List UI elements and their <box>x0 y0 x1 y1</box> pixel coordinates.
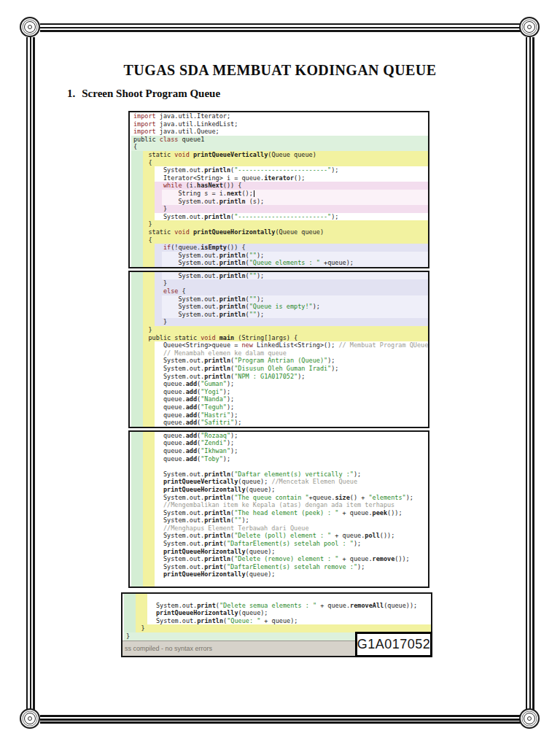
code-line: import java.util.Queue; <box>130 128 428 136</box>
code-line: } <box>130 326 428 334</box>
frame-medallion-top-left <box>20 17 40 37</box>
frame-rail-top <box>40 23 521 32</box>
frame-medallion-bottom-left <box>20 708 40 729</box>
code-line: System.out.println("Queue: " + queue); <box>122 617 431 625</box>
code-line: queue.add("Guman"); <box>130 380 428 388</box>
code-line: String s = i.next(); <box>130 190 428 198</box>
code-line: System.out.println("Delete (poll) elemen… <box>130 532 428 540</box>
code-line: import java.util.LinkedList; <box>130 120 428 128</box>
code-line: while (i.hasNext()) { <box>130 182 428 190</box>
code-line: System.out.println("Disusun Oleh Guman I… <box>130 365 428 373</box>
code-line: //Menghapus Element Terbawah dari Queue <box>130 525 428 533</box>
code-line: static void printQueueHorizontally(Queue… <box>130 228 428 236</box>
code-line: Queue<String>queue = new LinkedList<Stri… <box>130 341 428 349</box>
code-line: if(!queue.isEmpty()) { <box>130 244 428 252</box>
code-line: System.out.println(""); <box>130 252 428 260</box>
code-screenshot-3: queue.add("Rozaaq"); queue.add("Zendi");… <box>128 430 429 588</box>
code-line: System.out.print("DaftarElement(s) setel… <box>130 540 428 548</box>
code-line: System.out.println("The head element (pe… <box>130 509 428 517</box>
text-caret <box>254 190 254 197</box>
code-line: } <box>130 279 428 287</box>
code-line: } <box>130 205 428 213</box>
code-line: queue.add("Safitri"); <box>130 419 428 427</box>
code-line: queue.add("Rozaaq"); <box>130 432 428 440</box>
code-line: queue.add("Zendi"); <box>130 439 428 447</box>
code-line: System.out.println("Daftar element(s) ve… <box>130 471 428 479</box>
code-line: printQueueVertically(queue); //Mencetak … <box>130 478 428 486</box>
code-line: { <box>130 159 428 167</box>
code-line: queue.add("Yogi"); <box>130 388 428 396</box>
code-line: public class queue1 <box>130 136 428 144</box>
code-screenshot-2: System.out.println(""); } else { System.… <box>128 271 429 428</box>
compiler-status-text: ss compiled - no syntax errors <box>125 645 212 652</box>
code-line: printQueueHorizontally(queue); <box>130 570 428 578</box>
code-line: } <box>130 318 428 326</box>
code-line: import java.util.Iterator; <box>130 112 428 120</box>
section-heading: 1.Screen Shoot Program Queue <box>67 88 220 100</box>
code-line: System.out.print("DaftarElement(s) setel… <box>130 563 428 571</box>
code-line: System.out.println("Delete (remove) elem… <box>130 555 428 563</box>
code-line: System.out.println(""); <box>130 295 428 303</box>
code-screenshots: import java.util.Iterator;import java.ut… <box>128 111 429 590</box>
code-line: System.out.println("Program Antrian (Que… <box>130 357 428 365</box>
code-line: System.out.println (s); <box>130 198 428 206</box>
code-line: System.out.println("NPM : G1A017052"); <box>130 373 428 381</box>
frame-medallion-bottom-right <box>519 708 540 729</box>
code-line: else { <box>130 287 428 295</box>
code-line: queue.add("Toby"); <box>130 455 428 463</box>
frame-rail-left <box>26 37 35 711</box>
code-line: queue.add("Ikhwan"); <box>130 447 428 455</box>
code-line <box>130 462 428 471</box>
code-line: //Mengembalikan item ke Kepala (atas) de… <box>130 501 428 509</box>
code-line: queue.add("Nanda"); <box>130 395 428 403</box>
code-line: Iterator<String> i = queue.iterator(); <box>130 174 428 182</box>
code-line: System.out.println("--------------------… <box>130 213 428 221</box>
code-line: } <box>130 220 428 228</box>
code-line: // Menambah elemen ke dalam queue <box>130 349 428 357</box>
code-line: System.out.println(""); <box>130 272 428 280</box>
section-heading-label: Screen Shoot Program Queue <box>82 88 220 99</box>
code-line: System.out.print("Delete semua elements … <box>122 602 431 610</box>
code-line: queue.add("Teguh"); <box>130 403 428 411</box>
code-line: System.out.println("The queue contain "+… <box>130 494 428 502</box>
code-screenshot-1: import java.util.Iterator;import java.ut… <box>128 111 429 268</box>
code-line: static void printQueueVertically(Queue q… <box>130 151 428 159</box>
student-id-badge: G1A017052 <box>355 632 432 657</box>
code-line: { <box>130 236 428 244</box>
code-line: public static void main (String[]args) { <box>130 334 428 342</box>
code-line <box>122 594 431 602</box>
code-line: System.out.println("Queue is empty!"); <box>130 303 428 311</box>
code-line: System.out.println("--------------------… <box>130 166 428 174</box>
code-line: printQueueHorizontally(queue); <box>130 548 428 556</box>
code-line: System.out.println(""); <box>130 311 428 319</box>
section-number: 1. <box>67 88 75 99</box>
frame-rail-bottom <box>40 715 521 724</box>
student-id-text: G1A017052 <box>357 637 431 652</box>
frame-medallion-top-right <box>519 17 540 37</box>
code-line <box>130 578 428 587</box>
document-page: TUGAS SDA MEMBUAT KODINGAN QUEUE 1.Scree… <box>0 0 560 747</box>
code-line: printQueueHorizontally(queue); <box>122 609 431 617</box>
page-title: TUGAS SDA MEMBUAT KODINGAN QUEUE <box>0 62 560 79</box>
code-line: queue.add("Hastri"); <box>130 411 428 419</box>
frame-rail-right <box>526 37 534 711</box>
code-line: printQueueHorizontally(queue); <box>130 486 428 494</box>
code-line: System.out.println("Queue elements : " +… <box>130 259 428 267</box>
code-line: { <box>130 143 428 151</box>
code-line: System.out.println(""); <box>130 516 428 525</box>
